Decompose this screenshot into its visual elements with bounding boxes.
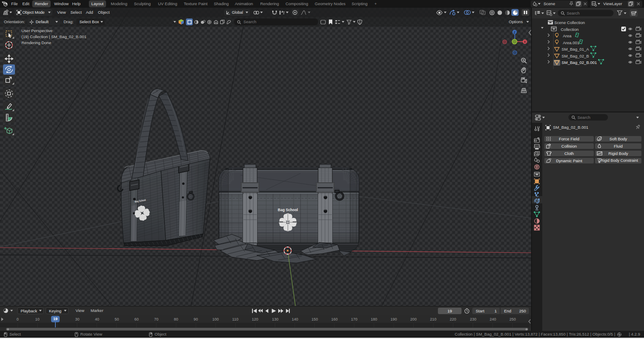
svg-text:Bag School: Bag School	[278, 208, 298, 212]
svg-text:Z: Z	[514, 31, 516, 34]
svg-text:X: X	[524, 40, 526, 43]
